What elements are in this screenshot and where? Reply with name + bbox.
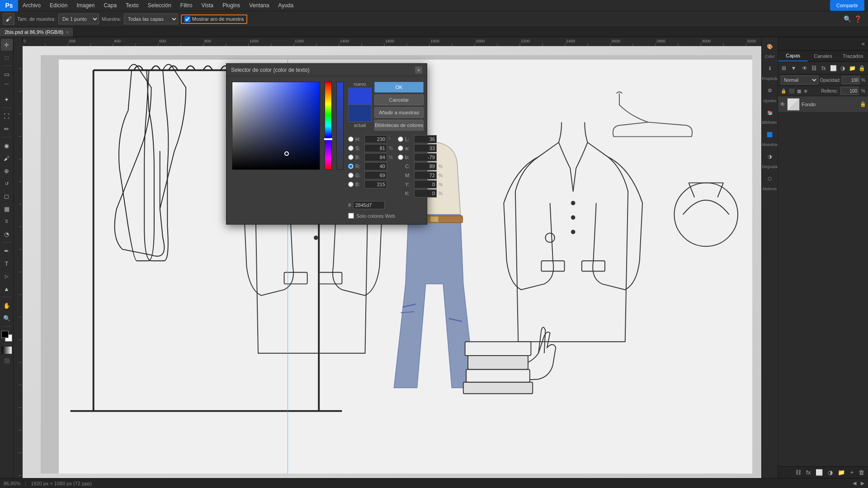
magic-wand-tool[interactable]: ✦ <box>1 94 13 105</box>
tab-trazados[interactable]: Trazados <box>838 51 868 61</box>
zoom-tool[interactable]: 🔍 <box>1 312 13 324</box>
blend-mode-select[interactable]: Normal <box>781 75 818 84</box>
hue-radio[interactable] <box>348 136 354 142</box>
blue-radio[interactable] <box>348 182 354 187</box>
color-gradient-picker[interactable] <box>232 82 320 170</box>
red-radio[interactable] <box>348 164 354 169</box>
green-radio[interactable] <box>348 173 354 178</box>
hue-input[interactable] <box>364 135 387 143</box>
cmyk-m-input[interactable] <box>414 171 437 179</box>
menu-plugins[interactable]: Plugins <box>218 0 245 11</box>
new-adjustment-btn[interactable]: ◑ <box>826 468 835 477</box>
tab-capas[interactable]: Capas <box>778 51 808 61</box>
move-tool[interactable]: ✛ <box>1 39 13 51</box>
lab-l-input[interactable] <box>414 135 437 143</box>
hue-strip[interactable] <box>325 82 332 170</box>
tool-size-select[interactable]: De 1 punto <box>58 14 99 24</box>
tool-options-brush[interactable]: 🖌 <box>3 13 14 25</box>
gradient-field[interactable] <box>232 82 320 169</box>
color-panel-btn[interactable]: 🎨 <box>763 40 777 53</box>
cmyk-y-input[interactable] <box>414 180 437 188</box>
panel-expand-icon[interactable]: « <box>860 39 866 48</box>
eraser-tool[interactable]: ◻ <box>1 190 13 202</box>
brush-tool[interactable]: 🖌 <box>1 152 13 164</box>
layer-visible-btn[interactable]: 👁 <box>800 63 808 73</box>
cmyk-c-input[interactable] <box>414 162 437 170</box>
menu-texto[interactable]: Texto <box>121 0 143 11</box>
path-select-tool[interactable]: ▷ <box>1 270 13 282</box>
add-style-btn[interactable]: fx <box>804 468 812 477</box>
opacity-input[interactable] <box>842 76 860 84</box>
marquee-tool[interactable]: ▭ <box>1 68 13 80</box>
web-colors-checkbox[interactable] <box>348 213 354 219</box>
layer-adjustment-btn[interactable]: ◑ <box>839 63 847 73</box>
blue-input[interactable] <box>364 180 387 188</box>
menu-imagen[interactable]: Imagen <box>72 0 99 11</box>
cmyk-k-input[interactable] <box>414 189 437 197</box>
brightness-input[interactable] <box>364 153 387 161</box>
lab-b-radio[interactable] <box>398 155 403 160</box>
green-input[interactable] <box>364 171 387 179</box>
filter-kind-btn[interactable]: ▼ <box>789 63 797 73</box>
color-libraries-button[interactable]: Bibliotecas de colores <box>374 120 424 131</box>
tab-canales[interactable]: Canales <box>808 51 838 61</box>
new-layer-btn[interactable]: + <box>848 468 855 477</box>
share-button[interactable]: Compartir <box>830 0 864 11</box>
libraries-panel-btn[interactable]: 📚 <box>763 106 777 119</box>
layer-item-fondo[interactable]: 👁 Fondo 🔒 <box>778 96 868 113</box>
menu-seleccion[interactable]: Selección <box>143 0 176 11</box>
screen-mode[interactable]: ⬛ <box>1 355 13 366</box>
lab-l-radio[interactable] <box>398 136 403 142</box>
search-icon[interactable]: 🔍 <box>844 15 851 23</box>
delete-layer-btn[interactable]: 🗑 <box>857 468 866 477</box>
layer-visibility-toggle[interactable]: 👁 <box>780 101 785 108</box>
history-brush-tool[interactable]: ↺ <box>1 178 13 189</box>
menu-ventana[interactable]: Ventana <box>245 0 274 11</box>
menu-capa[interactable]: Capa <box>99 0 121 11</box>
properties-panel-btn[interactable]: ℹ <box>763 62 777 75</box>
foreground-color[interactable] <box>1 331 9 338</box>
help-icon[interactable]: ❓ <box>854 15 862 23</box>
patterns-panel-btn[interactable]: ⬡ <box>763 172 777 186</box>
lasso-tool[interactable]: ⌒ <box>1 81 13 93</box>
lab-b-input[interactable] <box>414 153 437 161</box>
dialog-titlebar[interactable]: Selector de color (color de texto) × <box>226 64 427 76</box>
eyedropper-tool[interactable]: ✏ <box>1 123 13 135</box>
artboard-tool[interactable]: ⬚ <box>1 52 13 63</box>
lab-a-input[interactable] <box>414 144 437 152</box>
brightness-radio[interactable] <box>348 155 354 160</box>
gradient-tool[interactable]: ▦ <box>1 203 13 215</box>
scroll-left[interactable]: ◀ <box>853 480 856 486</box>
link-layers-btn[interactable]: ⛓ <box>793 468 803 477</box>
file-tab[interactable]: 2bis.psd al 86,9% (RGB/8) × <box>0 28 74 37</box>
show-sample-checkbox[interactable] <box>184 16 190 22</box>
gradients-panel-btn[interactable]: ◑ <box>763 150 777 164</box>
shape-tool[interactable]: ▲ <box>1 283 13 295</box>
dodge-tool[interactable]: ◔ <box>1 228 13 240</box>
layer-lock-all-btn[interactable]: 🔒 <box>858 63 866 73</box>
menu-ayuda[interactable]: Ayuda <box>274 0 298 11</box>
menu-vista[interactable]: Vista <box>197 0 217 11</box>
add-to-swatches-button[interactable]: Añadir a muestras <box>374 107 424 118</box>
scroll-right[interactable]: ▶ <box>861 480 864 486</box>
ok-button[interactable]: OK <box>374 82 424 93</box>
tab-close[interactable]: × <box>66 30 69 35</box>
sat-radio[interactable] <box>348 145 354 151</box>
menu-edicion[interactable]: Edición <box>45 0 72 11</box>
menu-filtro[interactable]: Filtro <box>176 0 197 11</box>
adjustments-panel-btn[interactable]: ⚙ <box>763 84 777 98</box>
blur-tool[interactable]: ⧖ <box>1 216 13 227</box>
clone-tool[interactable]: ⊕ <box>1 165 13 177</box>
cancel-button[interactable]: Cancelar <box>374 94 424 105</box>
alpha-strip[interactable] <box>336 82 344 170</box>
hex-input[interactable] <box>353 201 385 209</box>
menu-archivo[interactable]: Archivo <box>18 0 45 11</box>
layer-link-btn[interactable]: ⛓ <box>810 63 818 73</box>
quick-mask-mode[interactable] <box>2 347 12 354</box>
healing-tool[interactable]: ◉ <box>1 140 13 151</box>
add-mask-btn[interactable]: ⬜ <box>814 468 825 477</box>
sat-input[interactable] <box>364 144 387 152</box>
hand-tool[interactable]: ✋ <box>1 300 13 311</box>
sample-select[interactable]: Todas las capas <box>124 14 178 24</box>
lab-a-radio[interactable] <box>398 145 403 151</box>
